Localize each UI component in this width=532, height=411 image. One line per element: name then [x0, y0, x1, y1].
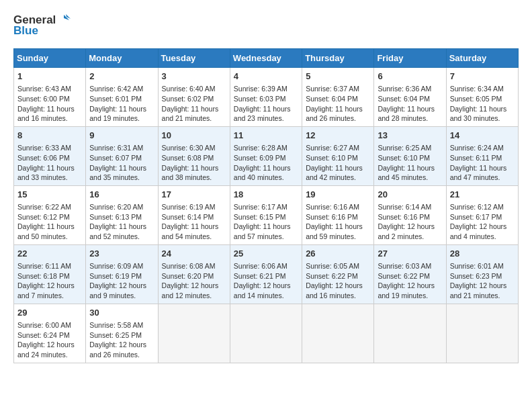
calendar-cell: 10Sunrise: 6:30 AMSunset: 6:08 PMDayligh…: [158, 126, 230, 185]
calendar-cell: 11Sunrise: 6:28 AMSunset: 6:09 PMDayligh…: [230, 126, 302, 185]
daylight-text: Daylight: 11 hours: [450, 164, 507, 172]
day-number: 16: [89, 189, 154, 201]
daylight-text: Daylight: 11 hours: [306, 222, 363, 230]
logo-blue: Blue: [13, 24, 38, 38]
sunset-text: Sunset: 6:16 PM: [378, 213, 430, 221]
day-number: 15: [17, 189, 82, 201]
sunrise-text: Sunrise: 6:22 AM: [17, 203, 71, 211]
daylight-mins: and 47 minutes.: [450, 173, 500, 181]
calendar-header-saturday: Saturday: [446, 49, 518, 68]
sunrise-text: Sunrise: 6:06 AM: [234, 262, 287, 270]
daylight-mins: and 33 minutes.: [17, 173, 68, 181]
day-number: 24: [162, 248, 226, 260]
sunrise-text: Sunrise: 6:05 AM: [306, 262, 359, 270]
day-number: 21: [450, 189, 515, 201]
sunrise-text: Sunrise: 6:39 AM: [234, 85, 287, 93]
sunset-text: Sunset: 6:19 PM: [89, 272, 142, 280]
sunrise-text: Sunrise: 6:25 AM: [378, 144, 431, 152]
calendar-cell: 30Sunrise: 5:58 AMSunset: 6:25 PMDayligh…: [86, 304, 158, 363]
calendar-cell: 22Sunrise: 6:11 AMSunset: 6:18 PMDayligh…: [14, 244, 86, 304]
calendar-cell: 15Sunrise: 6:22 AMSunset: 6:12 PMDayligh…: [14, 185, 86, 244]
calendar-header-friday: Friday: [374, 49, 446, 68]
day-number: 14: [450, 130, 515, 142]
calendar-cell: 21Sunrise: 6:12 AMSunset: 6:17 PMDayligh…: [446, 185, 518, 244]
calendar-cell: 19Sunrise: 6:16 AMSunset: 6:16 PMDayligh…: [302, 185, 374, 244]
daylight-mins: and 16 minutes.: [306, 291, 356, 300]
sunrise-text: Sunrise: 6:09 AM: [89, 262, 143, 270]
calendar-cell: 25Sunrise: 6:06 AMSunset: 6:21 PMDayligh…: [230, 244, 302, 304]
calendar-header-row: SundayMondayTuesdayWednesdayThursdayFrid…: [14, 49, 519, 68]
daylight-text: Daylight: 12 hours: [17, 340, 75, 349]
calendar-cell: 29Sunrise: 6:00 AMSunset: 6:24 PMDayligh…: [14, 304, 86, 363]
daylight-text: Daylight: 11 hours: [162, 222, 219, 230]
daylight-text: Daylight: 12 hours: [162, 281, 219, 289]
day-number: 12: [306, 130, 370, 142]
daylight-text: Daylight: 11 hours: [306, 164, 363, 172]
daylight-text: Daylight: 12 hours: [378, 281, 435, 289]
sunrise-text: Sunrise: 6:08 AM: [162, 262, 216, 270]
day-number: 4: [234, 71, 298, 83]
daylight-text: Daylight: 11 hours: [306, 105, 363, 113]
calendar-body: 1Sunrise: 6:43 AMSunset: 6:00 PMDaylight…: [14, 68, 519, 363]
daylight-mins: and 52 minutes.: [89, 232, 140, 240]
daylight-text: Daylight: 11 hours: [378, 164, 435, 172]
calendar-cell: [374, 304, 446, 363]
daylight-mins: and 12 minutes.: [162, 291, 212, 300]
daylight-mins: and 23 minutes.: [234, 114, 284, 122]
sunset-text: Sunset: 6:20 PM: [162, 272, 214, 280]
daylight-text: Daylight: 11 hours: [378, 105, 435, 113]
calendar-cell: 28Sunrise: 6:01 AMSunset: 6:23 PMDayligh…: [446, 244, 518, 304]
daylight-mins: and 57 minutes.: [234, 232, 284, 240]
calendar-cell: 9Sunrise: 6:31 AMSunset: 6:07 PMDaylight…: [86, 126, 158, 185]
daylight-mins: and 28 minutes.: [378, 114, 428, 122]
day-number: 29: [17, 307, 82, 319]
daylight-mins: and 4 minutes.: [450, 232, 496, 240]
daylight-text: Daylight: 12 hours: [89, 281, 146, 289]
daylight-mins: and 16 minutes.: [17, 114, 68, 122]
calendar-cell: 2Sunrise: 6:42 AMSunset: 6:01 PMDaylight…: [86, 68, 158, 127]
day-number: 18: [234, 189, 298, 201]
day-number: 9: [89, 130, 154, 142]
logo-container: General Blue: [13, 13, 71, 38]
sunset-text: Sunset: 6:16 PM: [306, 213, 358, 221]
day-number: 20: [378, 189, 442, 201]
calendar-cell: 8Sunrise: 6:33 AMSunset: 6:06 PMDaylight…: [14, 126, 86, 185]
sunset-text: Sunset: 6:03 PM: [234, 95, 286, 103]
calendar-cell: 14Sunrise: 6:24 AMSunset: 6:11 PMDayligh…: [446, 126, 518, 185]
calendar-cell: [230, 304, 302, 363]
daylight-mins: and 40 minutes.: [234, 173, 284, 181]
calendar-week-1: 1Sunrise: 6:43 AMSunset: 6:00 PMDaylight…: [14, 68, 519, 127]
daylight-mins: and 21 minutes.: [450, 291, 500, 300]
daylight-text: Daylight: 11 hours: [17, 164, 75, 172]
daylight-text: Daylight: 12 hours: [234, 281, 291, 289]
daylight-mins: and 30 minutes.: [450, 114, 500, 122]
page-header: General Blue: [13, 13, 519, 38]
daylight-mins: and 26 minutes.: [89, 351, 140, 359]
calendar-header-tuesday: Tuesday: [158, 49, 230, 68]
sunrise-text: Sunrise: 6:42 AM: [89, 85, 143, 93]
sunset-text: Sunset: 6:11 PM: [450, 154, 502, 162]
day-number: 27: [378, 248, 442, 260]
sunset-text: Sunset: 6:25 PM: [89, 331, 142, 339]
daylight-mins: and 9 minutes.: [89, 291, 136, 300]
sunrise-text: Sunrise: 6:28 AM: [234, 144, 287, 152]
sunset-text: Sunset: 6:04 PM: [378, 95, 430, 103]
day-number: 23: [89, 248, 154, 260]
sunset-text: Sunset: 6:17 PM: [450, 213, 502, 221]
daylight-text: Daylight: 11 hours: [89, 164, 146, 172]
sunset-text: Sunset: 6:09 PM: [234, 154, 286, 162]
daylight-mins: and 7 minutes.: [17, 291, 64, 300]
daylight-text: Daylight: 11 hours: [89, 222, 146, 230]
sunset-text: Sunset: 6:06 PM: [17, 154, 70, 162]
day-number: 2: [89, 71, 154, 83]
sunset-text: Sunset: 6:05 PM: [450, 95, 502, 103]
daylight-mins: and 24 minutes.: [17, 351, 68, 359]
daylight-text: Daylight: 11 hours: [234, 164, 291, 172]
daylight-text: Daylight: 12 hours: [450, 281, 507, 289]
day-number: 1: [17, 71, 82, 83]
sunrise-text: Sunrise: 6:11 AM: [17, 262, 71, 270]
sunrise-text: Sunrise: 6:31 AM: [89, 144, 143, 152]
day-number: 28: [450, 248, 515, 260]
sunset-text: Sunset: 6:24 PM: [17, 331, 70, 339]
sunset-text: Sunset: 6:12 PM: [17, 213, 70, 221]
